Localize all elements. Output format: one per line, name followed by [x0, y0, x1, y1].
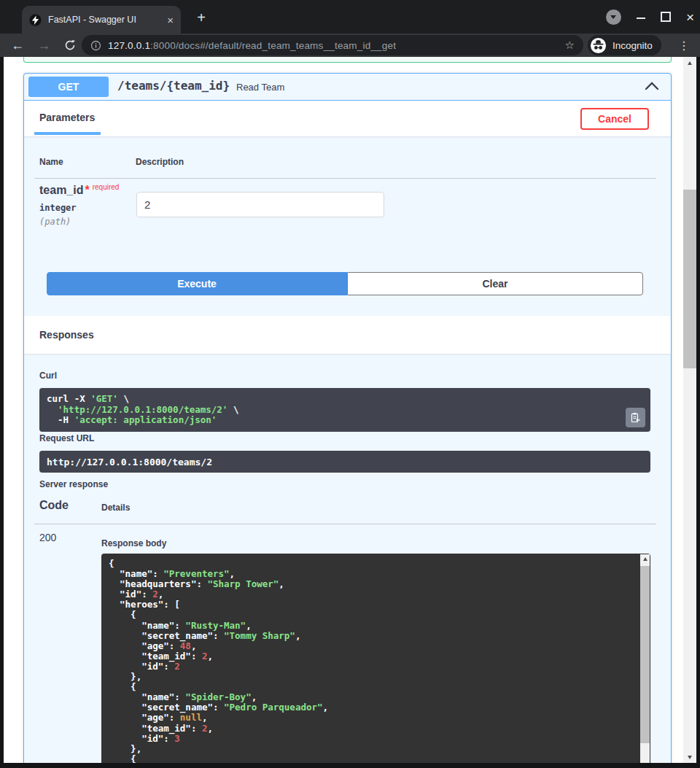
fastapi-favicon-icon	[29, 14, 42, 26]
method-badge: GET	[28, 77, 109, 97]
param-type: integer	[39, 203, 77, 213]
page-scrollbar[interactable]	[683, 57, 696, 763]
bookmark-star-icon[interactable]: ☆	[565, 39, 575, 52]
maximize-button[interactable]	[661, 12, 671, 22]
get-teams-opblock: GET /teams/{team_id} Read Team Parameter…	[23, 73, 672, 763]
curl-command: curl -X 'GET' \ 'http://127.0.0.1:8000/t…	[39, 388, 650, 432]
team-id-input[interactable]	[136, 192, 384, 217]
response-scrollbar-up-icon[interactable]	[640, 554, 650, 564]
tab-strip: FastAPI - Swagger UI × + ×	[0, 0, 700, 34]
parameters-tab-underline	[34, 132, 101, 135]
scroll-up-icon[interactable]	[683, 57, 696, 69]
param-location: (path)	[39, 217, 71, 227]
endpoint-summary: Read Team	[236, 82, 284, 93]
column-header-name: Name	[39, 157, 63, 167]
swagger-page: GET /teams/{team_id} Read Team Parameter…	[4, 57, 696, 763]
browser-tab[interactable]: FastAPI - Swagger UI ×	[22, 6, 181, 34]
required-star: *	[85, 184, 89, 196]
endpoint-path: /teams/{team_id}	[117, 79, 230, 93]
parameters-section-header: Parameters Cancel	[24, 101, 671, 136]
code-column-header: Code	[39, 499, 69, 512]
response-scrollbar-thumb[interactable]	[640, 566, 650, 743]
tab-search-button[interactable]	[606, 9, 621, 25]
required-label: required	[93, 183, 120, 191]
response-scrollbar[interactable]	[640, 554, 650, 763]
param-name: team_id*required	[39, 183, 119, 197]
incognito-label: Incognito	[612, 40, 653, 51]
response-json: { "name": "Preventers", "headquarters": …	[109, 559, 631, 763]
request-url-label: Request URL	[39, 433, 94, 443]
browser-window: FastAPI - Swagger UI × + × ← → 127.0.0.1…	[0, 0, 700, 768]
url-host: 127.0.0.1	[108, 40, 150, 51]
browser-toolbar: ← → 127.0.0.1:8000/docs#/default/read_te…	[0, 34, 700, 57]
minimize-button[interactable]	[637, 12, 645, 21]
scroll-down-icon[interactable]	[683, 751, 696, 763]
url-path: :8000/docs#/default/read_team_teams__tea…	[150, 40, 396, 51]
opblock-summary[interactable]: GET /teams/{team_id} Read Team	[24, 74, 671, 101]
new-tab-button[interactable]: +	[191, 7, 211, 28]
window-close-button[interactable]: ×	[686, 10, 694, 24]
page-scrollbar-thumb[interactable]	[683, 190, 696, 368]
response-body: { "name": "Preventers", "headquarters": …	[101, 554, 650, 763]
site-info-icon[interactable]	[90, 40, 101, 51]
curl-label: Curl	[39, 371, 57, 381]
response-body-label: Response body	[101, 538, 166, 548]
window-controls: ×	[606, 0, 694, 34]
request-url-value: http://127.0.0.1:8000/teams/2	[39, 451, 650, 473]
details-column-header: Details	[101, 503, 130, 513]
execute-button[interactable]: Execute	[47, 272, 347, 295]
incognito-spy-icon	[590, 37, 607, 54]
reload-icon[interactable]	[61, 34, 79, 57]
status-code: 200	[39, 532, 56, 543]
clear-button[interactable]: Clear	[347, 272, 643, 295]
tab-close-icon[interactable]: ×	[167, 15, 174, 26]
url-bar[interactable]: 127.0.0.1:8000/docs#/default/read_team_t…	[82, 35, 583, 55]
collapse-chevron-icon[interactable]	[645, 80, 659, 92]
cancel-button[interactable]: Cancel	[580, 108, 649, 130]
url-text: 127.0.0.1:8000/docs#/default/read_team_t…	[108, 40, 396, 51]
column-header-description: Description	[136, 157, 184, 167]
response-table-divider	[34, 524, 656, 524]
responses-section-header: Responses	[24, 316, 671, 354]
incognito-badge: Incognito	[588, 35, 661, 55]
previous-opblock-edge	[23, 57, 672, 63]
back-icon[interactable]: ←	[9, 34, 26, 57]
table-divider	[34, 178, 656, 179]
copy-to-clipboard-button[interactable]	[626, 408, 645, 427]
tab-title: FastAPI - Swagger UI	[48, 15, 163, 25]
tab-parameters[interactable]: Parameters	[39, 112, 95, 123]
server-response-label: Server response	[39, 479, 108, 489]
forward-icon[interactable]: →	[35, 34, 52, 57]
responses-title: Responses	[39, 329, 94, 341]
browser-menu-icon[interactable]: ⋮	[677, 34, 691, 57]
